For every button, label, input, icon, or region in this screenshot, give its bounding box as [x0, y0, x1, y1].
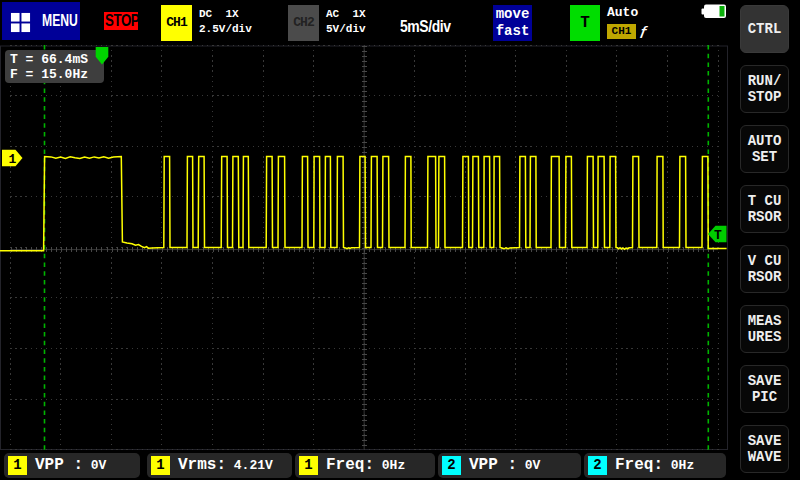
svg-text:1: 1	[9, 152, 17, 167]
svg-text:T: T	[714, 228, 722, 243]
